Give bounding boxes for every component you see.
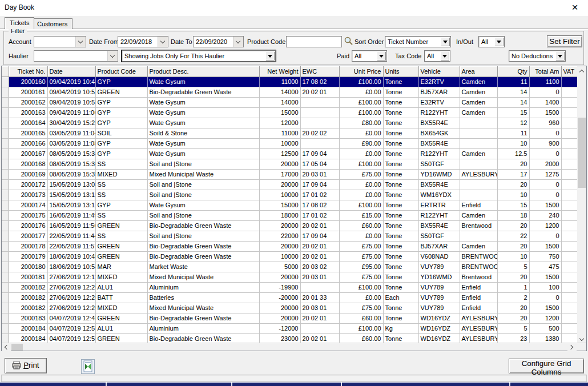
grid-cell[interactable]: Tonne [383,128,418,138]
grid-cell[interactable]: £60.00 [339,220,383,231]
grid-cell[interactable]: Aluminium [147,323,259,333]
grid-cell[interactable]: 09/04/2019 10:48: [47,77,95,87]
grid-cell[interactable]: SS [95,179,147,190]
grid-cell[interactable]: Each [383,292,418,303]
row-selector[interactable] [2,200,9,210]
grid-cell[interactable] [561,138,578,148]
table-row[interactable]: 200016708/05/2019 15:34:GYPWate Gysum125… [2,148,578,159]
grid-cell[interactable]: 2000162 [9,97,47,107]
grid-cell[interactable]: 2000180 [9,262,47,272]
grid-cell[interactable] [561,107,578,118]
grid-cell[interactable]: 15/05/2019 13:15: [47,190,95,200]
grid-cell[interactable]: Tonne [383,303,418,313]
row-selector[interactable] [2,97,9,107]
table-row[interactable]: 200018404/07/2019 12:55:ALU1Aluminium-12… [2,323,578,333]
grid-cell[interactable]: YD16WMD [418,169,460,179]
grid-cell[interactable]: Batteries [147,292,259,303]
grid-cell[interactable]: 17 01 02 [300,210,339,220]
grid-cell[interactable]: R122YHT [418,107,460,118]
grid-cell[interactable]: 09/04/2019 11:06: [47,107,95,118]
grid-cell[interactable]: Soil and |Stone [147,210,259,220]
grid-cell[interactable]: 20 [497,241,529,251]
grid-cell[interactable]: 11000 [259,128,300,138]
grid-cell[interactable]: Soil and |Stone [147,231,259,241]
grid-cell[interactable] [460,179,497,190]
grid-cell[interactable]: MIXED [95,169,147,179]
grid-cell[interactable]: £100.00 [339,107,383,118]
dropdown-arrow-icon[interactable] [265,51,275,61]
grid-cell[interactable]: Tonne [383,118,418,128]
grid-cell[interactable]: R122YHT [418,210,460,220]
grid-cell[interactable]: E32RTV [418,77,460,87]
grid-cell[interactable]: 17 09 04 [300,148,339,159]
grid-cell[interactable]: WM16YDX [418,190,460,200]
grid-cell[interactable]: Mixed Municipal Waste [147,303,259,313]
row-selector[interactable] [2,148,9,159]
grid-cell[interactable]: 2000175 [9,210,47,220]
grid-cell[interactable]: £0.00 [339,87,383,97]
grid-cell[interactable]: Wate Gysum [147,148,259,159]
horizontal-scroll-thumb[interactable] [11,344,23,351]
grid-cell[interactable]: £100.00 [339,200,383,210]
set-filter-button[interactable]: Set Filter [547,35,582,47]
vertical-scroll-thumb[interactable] [578,118,586,188]
grid-cell[interactable]: 2000167 [9,148,47,159]
grid-cell[interactable]: 0 [529,179,561,190]
grid-cell[interactable]: SS [95,190,147,200]
grid-cell[interactable]: SOIL [95,128,147,138]
close-icon[interactable]: × [569,1,581,14]
grid-cell[interactable]: 08/05/2019 15:36: [47,159,95,169]
grid-cell[interactable] [561,200,578,210]
grid-cell[interactable]: GYP [95,118,147,128]
grid-cell[interactable]: 20 02 01 [300,251,339,262]
grid-cell[interactable]: £100.00 [339,282,383,292]
grid-cell[interactable]: £75.00 [339,251,383,262]
grid-cell[interactable] [561,190,578,200]
grid-cell[interactable]: Bio-Degradable Green Waste [147,87,259,97]
grid-cell[interactable] [460,138,497,148]
grid-cell[interactable]: 0 [529,190,561,200]
grid-cell[interactable]: GREEN [95,313,147,323]
table-row[interactable]: 200017616/05/2019 11:56:GREENBio-Degrada… [2,220,578,231]
grid-cell[interactable]: Tonne [383,262,418,272]
table-row[interactable]: 200017315/05/2019 13:15:SSSoil and |Ston… [2,190,578,200]
grid-cell[interactable] [561,148,578,159]
deductions-combo[interactable]: No Deductions [509,50,566,62]
grid-cell[interactable]: 12.5 [497,148,529,159]
product-code-input[interactable] [286,36,342,47]
grid-cell[interactable]: 900 [529,138,561,148]
table-row[interactable]: 200016109/04/2019 10:51:GREENBio-Degrada… [2,87,578,97]
grid-cell[interactable]: GREEN [95,241,147,251]
grid-cell[interactable]: 2000161 [9,87,47,97]
grid-cell[interactable]: 10 [497,251,529,262]
grid-cell[interactable]: BJ57XAR [418,87,460,97]
grid-cell[interactable] [561,210,578,220]
grid-cell[interactable]: Camden [460,241,497,251]
grid-cell[interactable]: 18 [497,210,529,220]
grid-cell[interactable]: 20 03 01 [300,169,339,179]
row-selector[interactable] [2,303,9,313]
grid-cell[interactable]: VUY789 [418,292,460,303]
tab-customers[interactable]: Customers [32,18,73,29]
grid-cell[interactable] [561,272,578,282]
sort-order-combo[interactable]: Ticket Number [385,36,451,47]
grid-cell[interactable]: £60.00 [339,313,383,323]
grid-cell[interactable] [561,231,578,241]
grid-cell[interactable]: 16/05/2019 11:49: [47,210,95,220]
grid-cell[interactable]: 22/05/2019 11:44: [47,231,95,241]
grid-cell[interactable]: 1500 [529,107,561,118]
in-out-combo[interactable]: All [478,36,505,47]
row-selector[interactable] [2,159,9,169]
grid-cell[interactable]: 1400 [529,97,561,107]
grid-cell[interactable]: 20 [497,159,529,169]
grid-cell[interactable]: 20 03 01 [300,272,339,282]
grid-cell[interactable]: £95.00 [339,262,383,272]
vertical-scrollbar[interactable] [577,66,586,344]
grid-cell[interactable]: 2000183 [9,313,47,323]
grid-cell[interactable]: 1100 [529,77,561,87]
date-from-combo[interactable]: 22/09/2018 [118,36,168,47]
grid-cell[interactable] [561,87,578,97]
row-selector[interactable] [2,323,9,333]
grid-cell[interactable]: 09/04/2019 10:51: [47,87,95,97]
grid-cell[interactable]: -20000 [259,292,300,303]
